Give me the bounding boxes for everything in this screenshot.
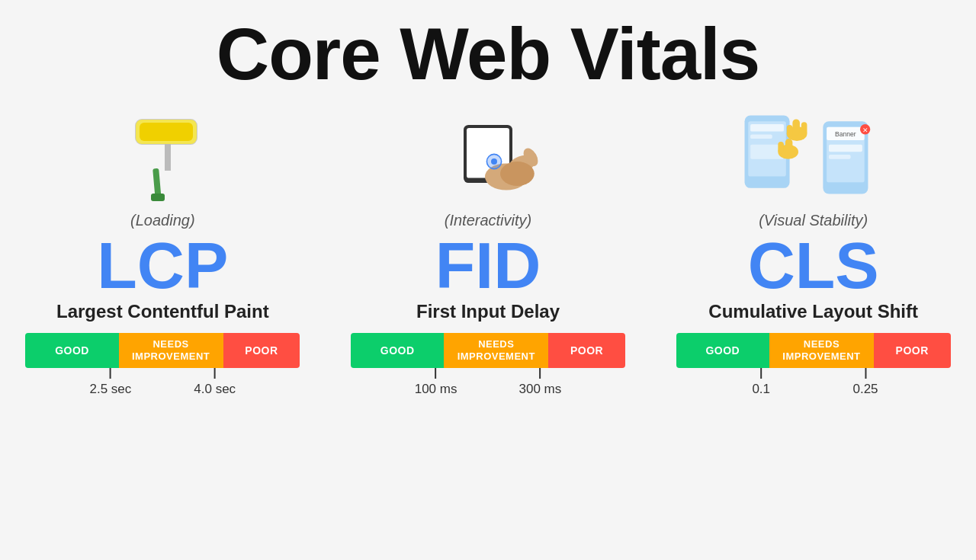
lcp-marker-1: 2.5 sec xyxy=(90,368,132,397)
fid-name: First Input Delay xyxy=(416,301,560,322)
lcp-marker-2-label: 4.0 sec xyxy=(194,382,236,397)
fid-marker-1-line xyxy=(435,368,437,379)
svg-rect-20 xyxy=(792,119,800,135)
fid-marker-1-label: 100 ms xyxy=(415,382,458,397)
lcp-marker-2-line xyxy=(214,368,216,379)
fid-bar-poor: POOR xyxy=(548,333,625,368)
cls-marker-2: 0.25 xyxy=(852,368,878,397)
svg-rect-32 xyxy=(785,139,792,153)
fid-marker-2-line xyxy=(539,368,541,379)
cls-marker-1-line xyxy=(760,368,762,379)
cls-name: Cumulative Layout Shift xyxy=(708,301,918,322)
lcp-acronym: LCP xyxy=(97,232,228,298)
page-title: Core Web Vitals xyxy=(217,14,759,94)
lcp-name: Largest Contentful Paint xyxy=(56,301,269,322)
cls-bar-good: GOOD xyxy=(676,333,769,368)
fid-bar-good: GOOD xyxy=(351,333,444,368)
vital-card-lcp: (Loading) LCP Largest Contentful Paint G… xyxy=(18,102,307,398)
fid-category: (Interactivity) xyxy=(445,212,531,229)
svg-rect-30 xyxy=(829,155,851,159)
cls-score-bar: GOOD NEEDSIMPROVEMENT POOR xyxy=(676,333,951,368)
fid-acronym: FID xyxy=(435,232,541,298)
vital-card-cls: Banner ✕ (Visual Stability) CLS Cumulati… xyxy=(669,102,958,398)
lcp-score-bar: GOOD NEEDSIMPROVEMENT POOR xyxy=(25,333,300,368)
svg-rect-33 xyxy=(778,141,784,152)
svg-rect-21 xyxy=(801,122,807,135)
cls-marker-2-label: 0.25 xyxy=(852,382,878,397)
cls-bar-poor: POOR xyxy=(874,333,951,368)
fid-thresholds: 100 ms 300 ms xyxy=(351,368,625,398)
lcp-bar-good: GOOD xyxy=(25,333,118,368)
svg-rect-16 xyxy=(750,124,784,132)
fid-bar-needs: NEEDSIMPROVEMENT xyxy=(444,333,548,368)
vitals-row: (Loading) LCP Largest Contentful Paint G… xyxy=(0,102,976,398)
svg-rect-17 xyxy=(750,134,772,139)
fid-marker-2: 300 ms xyxy=(519,368,562,397)
cls-category: (Visual Stability) xyxy=(759,212,868,229)
lcp-bar-needs: NEEDSIMPROVEMENT xyxy=(119,333,223,368)
svg-rect-3 xyxy=(165,144,171,171)
fid-marker-1: 100 ms xyxy=(415,368,458,397)
svg-rect-22 xyxy=(786,125,792,136)
lcp-category: (Loading) xyxy=(130,212,195,229)
cls-acronym: CLS xyxy=(748,232,879,298)
lcp-thresholds: 2.5 sec 4.0 sec xyxy=(25,368,300,398)
lcp-marker-1-label: 2.5 sec xyxy=(90,382,132,397)
cls-icon: Banner ✕ xyxy=(737,102,890,209)
vital-card-fid: (Interactivity) FID First Input Delay GO… xyxy=(343,102,633,398)
lcp-icon xyxy=(113,102,212,209)
cls-marker-1-label: 0.1 xyxy=(752,382,770,397)
cls-marker-2-line xyxy=(865,368,866,379)
cls-thresholds: 0.1 0.25 xyxy=(676,368,951,398)
fid-marker-2-label: 300 ms xyxy=(519,382,562,397)
fid-score-bar: GOOD NEEDSIMPROVEMENT POOR xyxy=(351,333,625,368)
lcp-marker-1-line xyxy=(110,368,111,379)
svg-text:Banner: Banner xyxy=(835,130,856,138)
svg-point-11 xyxy=(500,162,535,186)
svg-rect-29 xyxy=(829,144,862,152)
cls-marker-1: 0.1 xyxy=(752,368,770,397)
svg-rect-2 xyxy=(140,123,193,141)
svg-point-13 xyxy=(491,158,497,165)
lcp-bar-poor: POOR xyxy=(223,333,300,368)
svg-rect-5 xyxy=(151,194,165,201)
fid-icon xyxy=(427,102,549,209)
lcp-marker-2: 4.0 sec xyxy=(194,368,236,397)
cls-bar-needs: NEEDSIMPROVEMENT xyxy=(769,333,874,368)
svg-text:✕: ✕ xyxy=(862,126,868,133)
